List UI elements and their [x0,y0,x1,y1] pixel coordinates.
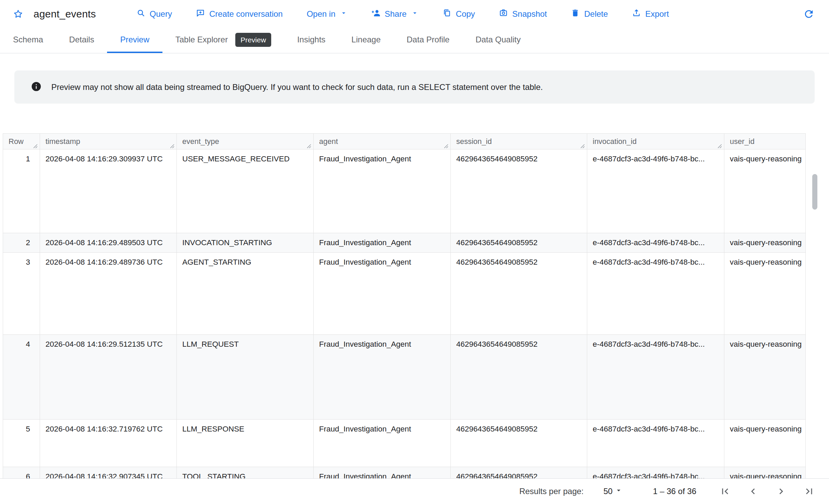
cell-session-id: 4629643654649085952 [451,233,587,253]
star-icon[interactable] [13,9,23,19]
snapshot-button[interactable]: Snapshot [499,9,547,19]
cell-timestamp: 2026-04-08 14:16:29.309937 UTC [40,149,177,233]
cell-user-id: vais-query-reasoning [724,335,806,420]
tab-schema[interactable]: Schema [0,28,56,53]
tab-preview[interactable]: Preview [107,28,162,53]
table-header-row: Row timestamp event_type agent session_i… [3,134,806,149]
tab-table-explorer[interactable]: Table Explorer Preview [162,28,284,53]
tab-label: Lineage [352,35,381,44]
first-page-icon[interactable] [719,485,731,498]
delete-button[interactable]: Delete [571,9,608,19]
tab-label: Data Quality [475,35,521,44]
cell-user-id: vais-query-reasoning [724,149,806,233]
cell-event-type: AGENT_STARTING [177,253,314,335]
page-size-dropdown[interactable]: 50 [604,486,623,496]
open-in-button[interactable]: Open in [307,9,347,19]
column-resize-handle-icon[interactable] [716,142,722,148]
page-title: agent_events [34,8,96,20]
banner-text: Preview may not show all data being stre… [51,82,543,92]
last-page-icon[interactable] [803,485,815,498]
next-page-icon[interactable] [775,485,787,498]
tab-label: Preview [120,35,149,44]
table-row: 4 2026-04-08 14:16:29.512135 UTC LLM_REQ… [3,335,806,420]
cell-session-id: 4629643654649085952 [451,420,587,467]
table-row: 2 2026-04-08 14:16:29.489503 UTC INVOCAT… [3,233,806,253]
cell-row-number: 5 [3,420,40,467]
previous-page-icon[interactable] [747,485,759,498]
copy-label: Copy [456,9,475,19]
cell-row-number: 4 [3,335,40,420]
cell-timestamp: 2026-04-08 14:16:32.719762 UTC [40,420,177,467]
page-range-label: 1 – 36 of 36 [653,487,696,496]
share-label: Share [385,9,407,19]
scrollbar-thumb[interactable] [812,174,817,210]
cell-event-type: INVOCATION_STARTING [177,233,314,253]
cell-invocation-id: e-4687dcf3-ac3d-49f6-b748-bc... [587,253,724,335]
column-header-agent: agent [314,134,451,149]
cell-agent: Fraud_Investigation_Agent [314,253,451,335]
refresh-button[interactable] [803,8,815,20]
column-header-timestamp: timestamp [40,134,177,149]
column-resize-handle-icon[interactable] [169,142,175,148]
copy-button[interactable]: Copy [443,9,475,19]
column-header-event-type: event_type [177,134,314,149]
cell-agent: Fraud_Investigation_Agent [314,467,451,479]
toolbar: agent_events Query Create conversation O… [0,0,829,28]
chat-add-icon [196,9,205,19]
cell-timestamp: 2026-04-08 14:16:29.489503 UTC [40,233,177,253]
cell-agent: Fraud_Investigation_Agent [314,233,451,253]
cell-event-type: LLM_RESPONSE [177,420,314,467]
export-button[interactable]: Export [632,9,669,19]
cell-invocation-id: e-4687dcf3-ac3d-49f6-b748-bc... [587,420,724,467]
tab-data-profile[interactable]: Data Profile [394,28,462,53]
toolbar-actions: Query Create conversation Open in Share … [136,9,669,19]
cell-user-id: vais-query-reasoning [724,233,806,253]
column-resize-handle-icon[interactable] [32,142,38,148]
tab-lineage[interactable]: Lineage [339,28,394,53]
query-button[interactable]: Query [136,9,172,19]
share-button[interactable]: Share [371,9,419,19]
cell-agent: Fraud_Investigation_Agent [314,420,451,467]
preview-badge: Preview [235,33,271,47]
create-conversation-label: Create conversation [209,9,283,19]
tab-bar: Schema Details Preview Table Explorer Pr… [0,28,829,53]
cell-timestamp: 2026-04-08 14:16:29.489736 UTC [40,253,177,335]
tab-label: Table Explorer [175,35,228,44]
cell-timestamp: 2026-04-08 14:16:32.907345 UTC [40,467,177,479]
cell-user-id: vais-query-reasoning [724,253,806,335]
column-resize-handle-icon[interactable] [306,142,312,148]
export-icon [632,9,641,19]
cell-event-type: USER_MESSAGE_RECEIVED [177,149,314,233]
snapshot-label: Snapshot [512,9,547,19]
cell-user-id: vais-query-reasoning [724,420,806,467]
info-icon [31,81,42,93]
person-add-icon [371,9,380,19]
cell-invocation-id: e-4687dcf3-ac3d-49f6-b748-bc... [587,149,724,233]
cell-row-number: 6 [3,467,40,479]
column-header-session-id: session_id [451,134,587,149]
vertical-scrollbar[interactable] [812,165,817,477]
tab-data-quality[interactable]: Data Quality [462,28,534,53]
pager-controls [719,485,815,498]
results-per-page-label: Results per page: [519,487,583,496]
copy-icon [443,9,451,19]
chevron-down-icon [615,486,623,496]
cell-row-number: 1 [3,149,40,233]
create-conversation-button[interactable]: Create conversation [196,9,283,19]
column-resize-handle-icon[interactable] [443,142,449,148]
cell-row-number: 2 [3,233,40,253]
chevron-down-icon [411,9,419,19]
tab-insights[interactable]: Insights [284,28,339,53]
cell-session-id: 4629643654649085952 [451,149,587,233]
table-row: 3 2026-04-08 14:16:29.489736 UTC AGENT_S… [3,253,806,335]
tab-label: Schema [13,35,43,44]
pagination-bar: Results per page: 50 1 – 36 of 36 [0,478,829,504]
cell-session-id: 4629643654649085952 [451,335,587,420]
cell-agent: Fraud_Investigation_Agent [314,149,451,233]
tab-label: Data Profile [407,35,449,44]
search-icon [136,9,145,19]
tab-details[interactable]: Details [56,28,107,53]
column-resize-handle-icon[interactable] [579,142,585,148]
column-header-row: Row [3,134,40,149]
cell-session-id: 4629643654649085952 [451,253,587,335]
